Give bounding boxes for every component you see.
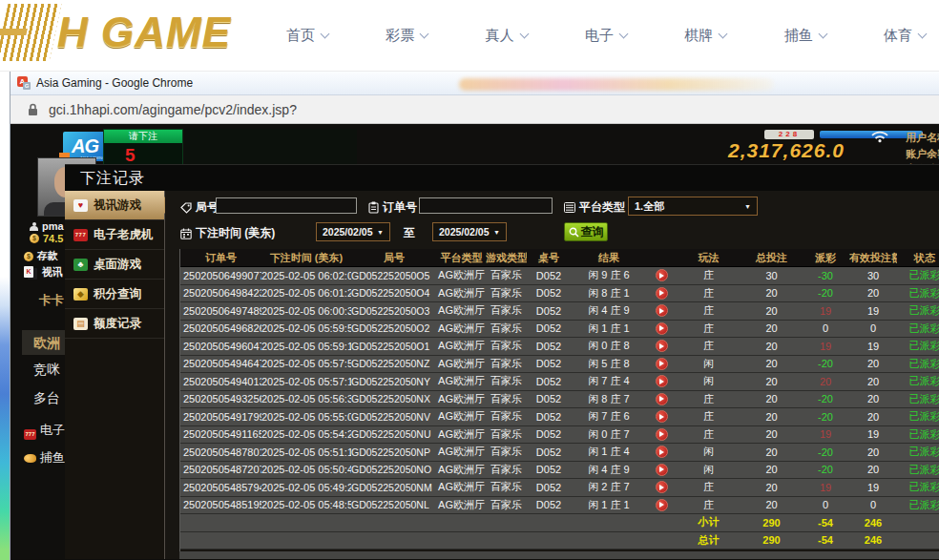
column-header: 局号 — [351, 251, 437, 265]
account-label: 用户名称 — [906, 130, 939, 146]
cell-bet-time: 2025-02-05 05:51:15 — [261, 446, 351, 458]
date-from-select[interactable]: 2025/02/05▼ — [316, 222, 390, 241]
cell-platform: AG欧洲厅 — [437, 374, 486, 388]
dropdown-arrow-icon: ▼ — [377, 229, 384, 236]
sidebar-item[interactable]: 积分查询 — [65, 280, 164, 309]
cell-play-type: 庄 — [676, 480, 741, 494]
nav-item[interactable]: 捕鱼 — [784, 27, 826, 45]
page-edge-strip — [0, 72, 10, 560]
video-cards-icon — [73, 199, 88, 212]
cell-total-bet: 20 — [741, 482, 802, 493]
titlebar-glass-reflection — [459, 78, 774, 91]
cell-play-type: 闲 — [676, 463, 741, 477]
cell-table-no: D052 — [527, 322, 571, 334]
cell-result: 闲 1 庄 1 — [571, 321, 647, 336]
cell-order-no: 250205054851952 — [180, 499, 261, 510]
date-to-select[interactable]: 2025/02/05▼ — [432, 222, 507, 241]
cell-game-type: 百家乐 — [486, 427, 527, 442]
bg-menu-europe[interactable]: 欧洲 — [33, 335, 60, 352]
cell-platform: AG欧洲厅 — [437, 445, 486, 459]
column-header: 玩法 — [676, 251, 741, 265]
sidebar-item[interactable]: 视讯游戏 — [65, 191, 164, 220]
sidebar-item[interactable]: 电子老虎机 — [65, 220, 164, 250]
cell-valid-bet: 20 — [849, 411, 897, 423]
playing-cards-icon — [24, 266, 38, 279]
subtotal-label: 小计 — [676, 515, 741, 529]
bg-menu-duotai[interactable]: 多台 — [33, 390, 60, 407]
cell-round-no: GD052252050NX — [351, 393, 437, 404]
bottom-scrollbar[interactable] — [179, 551, 939, 559]
cell-play-type: 庄 — [676, 286, 741, 301]
replay-icon[interactable] — [656, 358, 668, 370]
replay-icon[interactable] — [656, 322, 668, 335]
nav-item[interactable]: 电子 — [585, 27, 627, 45]
cell-platform: AG欧洲厅 — [437, 268, 486, 282]
panel-title: 下注记录 — [65, 165, 939, 192]
nav-item[interactable]: 棋牌 — [684, 27, 726, 45]
platform-type-select[interactable]: 1.全部▼ — [628, 197, 758, 216]
bet-records-table: 订单号下注时间 (美东)局号平台类型游戏类型桌号结果玩法总投注派彩有效投注额状态… — [179, 249, 939, 559]
replay-icon[interactable] — [656, 375, 668, 387]
cell-valid-bet: 19 — [849, 305, 897, 317]
order-no-input[interactable] — [419, 197, 553, 214]
replay-icon[interactable] — [656, 304, 668, 317]
round-no-input[interactable] — [216, 197, 357, 214]
replay-icon[interactable] — [656, 393, 668, 405]
sidebar-item[interactable]: 桌面游戏 — [65, 250, 164, 280]
cell-status: 已派彩 — [897, 357, 939, 371]
cell-play-type: 庄 — [676, 303, 741, 318]
column-header: 桌号 — [527, 251, 571, 265]
bet-prompt-box: 请下注 5 — [103, 129, 183, 168]
replay-icon[interactable] — [656, 287, 668, 300]
replay-icon[interactable] — [656, 428, 668, 441]
panel-sidebar: 视讯游戏 电子老虎机 桌面游戏 积分查询 — [65, 191, 165, 559]
credit-row: $ 74.5 — [30, 233, 63, 244]
table-row: 250205054851952 2025-02-05 05:48:53 GD05… — [180, 497, 939, 515]
search-button[interactable]: 查询 — [564, 222, 608, 241]
nav-item[interactable]: 体育 — [884, 27, 926, 45]
cell-round-no: GD052252050NL — [351, 499, 437, 510]
cell-result: 闲 4 庄 9 — [571, 303, 647, 318]
cell-result: 闲 7 庄 6 — [571, 409, 647, 424]
url-bar[interactable]: gci.1hhapi.com/agingame/pcv2/index.jsp? — [10, 95, 939, 124]
deposit-row[interactable]: $ 存款 — [24, 249, 58, 263]
nav-item[interactable]: 真人 — [486, 27, 528, 45]
replay-icon[interactable] — [656, 410, 668, 423]
cell-total-bet: 30 — [741, 270, 802, 281]
cell-game-type: 百家乐 — [486, 480, 527, 494]
table-row: 250205054878017 2025-02-05 05:51:15 GD05… — [180, 444, 939, 462]
cell-platform: AG欧洲厅 — [437, 409, 486, 424]
cell-play-type: 庄 — [676, 427, 741, 442]
cell-table-no: D052 — [527, 358, 571, 369]
nav-item[interactable]: 彩票 — [386, 27, 428, 45]
window-titlebar[interactable]: AG Asia Gaming - Google Chrome — [10, 72, 939, 95]
video-row[interactable]: 视讯 — [24, 265, 63, 280]
cell-total-bet: 20 — [741, 411, 802, 423]
cell-round-no: GD052252050O3 — [351, 305, 437, 317]
bg-menu-jingmi[interactable]: 竞咪 — [33, 362, 60, 379]
table-row: 250205054911657 2025-02-05 05:54:25 GD05… — [180, 426, 939, 445]
replay-icon[interactable] — [656, 269, 668, 281]
cell-payout: -20 — [802, 464, 849, 475]
sidebar-item[interactable]: 额度记录 — [65, 309, 164, 339]
chevron-down-icon — [719, 30, 728, 39]
replay-icon[interactable] — [656, 446, 668, 458]
nav-item[interactable]: 首页 — [286, 27, 328, 45]
replay-icon[interactable] — [656, 340, 668, 352]
cell-table-no: D052 — [527, 499, 571, 510]
site-header: H GAME 首页 彩票 真人 电子 — [0, 0, 939, 72]
table-row: 250205054917997 2025-02-05 05:55:01 GD05… — [180, 408, 939, 426]
cell-table-no: D052 — [527, 482, 571, 493]
replay-icon[interactable] — [656, 499, 668, 511]
cell-valid-bet: 20 — [849, 287, 897, 299]
cell-round-no: GD052252050NZ — [351, 358, 437, 369]
replay-icon[interactable] — [656, 464, 668, 476]
cell-play-type: 闲 — [676, 374, 741, 388]
cell-platform: AG欧洲厅 — [437, 321, 486, 336]
site-logo[interactable]: H GAME — [2, 4, 231, 61]
cell-payout: -20 — [802, 358, 849, 369]
cell-round-no: GD052252050NO — [351, 464, 437, 475]
bg-menu-kaka[interactable]: 卡卡 — [39, 292, 64, 309]
cell-bet-time: 2025-02-05 06:00:34 — [261, 305, 351, 317]
replay-icon[interactable] — [656, 481, 668, 493]
